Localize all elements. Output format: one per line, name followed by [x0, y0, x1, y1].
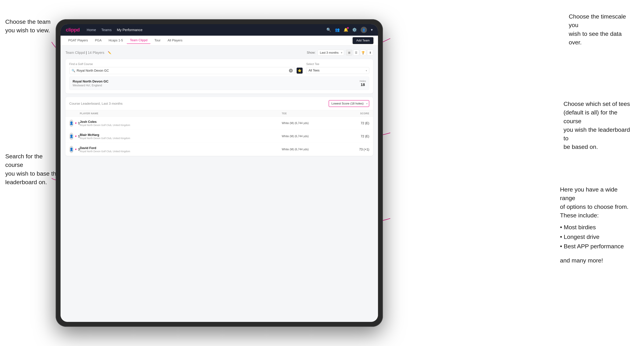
search-input-group: 🔍 Royal North Devon GC ✕ ⭐	[69, 67, 303, 74]
user-avatar[interactable]: 👤	[361, 27, 367, 33]
search-icon[interactable]: 🔍	[326, 28, 331, 32]
annotation-top-left: Choose the team you wish to view.	[5, 17, 54, 35]
col-score: SCORE	[334, 112, 369, 115]
table-header: PLAYER NAME TEE SCORE	[66, 110, 373, 117]
trophy-icon[interactable]: 🏆	[360, 50, 366, 56]
leaderboard-title-text: Course Leaderboard,	[69, 102, 101, 105]
chevron-down-icon: ▾	[371, 28, 373, 32]
tee-chevron-icon: ▾	[366, 69, 367, 72]
team-title: Team Clippd | 14 Players	[66, 51, 104, 55]
tab-tour[interactable]: Tour	[151, 37, 164, 44]
score-select-wrap: Lowest Score (18 holes)	[329, 100, 369, 107]
tee-1: White (M) (6,744 yds)	[282, 122, 334, 125]
table-row: 👤 ♥ 3 David Ford Royal North Devon Golf …	[66, 143, 373, 156]
download-icon[interactable]: ⬇	[367, 50, 373, 56]
annotation-mid-right-text: Choose which set of tees(default is all)…	[564, 100, 630, 150]
edit-icon[interactable]: ✏️	[108, 51, 111, 54]
find-course-col: Find a Golf Course 🔍 Royal North Devon G…	[69, 63, 303, 74]
show-label: Show:	[307, 51, 316, 54]
rank-3: 3	[78, 148, 80, 151]
course-location: Westward Ho!, England	[72, 84, 108, 87]
app-logo: clippd	[66, 27, 80, 33]
leaderboard-title: Course Leaderboard, Last 3 months	[69, 102, 122, 105]
ipad-screen: clippd Home Teams My Performance 🔍 👥 🔔 ⚙…	[60, 24, 378, 322]
period-select[interactable]: Last 3 months	[318, 50, 344, 56]
annotation-top-right-text: Choose the timescale youwish to see the …	[569, 13, 626, 46]
tee-2: White (M) (6,744 yds)	[282, 135, 334, 138]
holes-label: Holes	[360, 80, 366, 82]
add-team-button[interactable]: Add Team	[352, 37, 374, 44]
player-count: 14 Players	[88, 51, 104, 54]
tab-team-clippd[interactable]: Team Clippd	[127, 37, 150, 44]
col-tee: TEE	[282, 112, 334, 115]
annotation-mid-right: Choose which set of tees(default is all)…	[564, 100, 634, 151]
tab-hcaps[interactable]: Hcaps 1-5	[105, 37, 126, 44]
score-3: 73 (+1)	[334, 148, 369, 151]
view-icons: ⊞ ☰ 🏆 ⬇	[346, 50, 373, 56]
option-drive: Longest drive	[560, 232, 634, 241]
table-row: 👤 ♥ 1 Blair McHarg Royal North Devon Gol…	[66, 130, 373, 143]
player-club-2: Royal North Devon Golf Club, United King…	[80, 137, 282, 140]
rank-1: 1	[78, 121, 80, 125]
option-birdies: Most birdies	[560, 222, 634, 232]
search-inline-icon: 🔍	[72, 69, 75, 72]
sub-nav-tabs: PGAT Players PGA Hcaps 1-5 Team Clippd T…	[65, 37, 186, 44]
tee-3: White (M) (6,744 yds)	[282, 148, 334, 151]
nav-my-performance[interactable]: My Performance	[117, 28, 142, 32]
leaderboard-title-wrap: Course Leaderboard, Last 3 months	[69, 102, 122, 106]
player-club-1: Royal North Devon Golf Club, United King…	[80, 124, 282, 127]
period-select-wrap: Last 3 months ▾	[318, 50, 344, 56]
search-course-input[interactable]: Royal North Devon GC	[77, 69, 288, 72]
rank-cell-2: 👤 ♥ 1	[69, 133, 80, 140]
tee-label: Select Tee	[306, 63, 369, 66]
star-button[interactable]: ⭐	[296, 67, 303, 74]
player-info-2: Blair McHarg Royal North Devon Golf Club…	[80, 133, 282, 140]
tab-all-players[interactable]: All Players	[164, 37, 186, 44]
ipad-frame: clippd Home Teams My Performance 🔍 👥 🔔 ⚙…	[56, 19, 383, 327]
nav-teams[interactable]: Teams	[101, 28, 112, 32]
holes-box: Holes 18	[360, 80, 366, 87]
holes-number: 18	[360, 82, 366, 87]
annotation-bottom-right-intro: Here you have a wide rangeof options to …	[560, 186, 628, 219]
score-type-select[interactable]: Lowest Score (18 holes)	[329, 100, 369, 107]
player-name-3: David Ford	[80, 146, 282, 150]
leaderboard-header: Course Leaderboard, Last 3 months Lowest…	[66, 97, 373, 110]
people-icon[interactable]: 👥	[335, 28, 340, 32]
notification-icon[interactable]: 🔔	[344, 28, 348, 32]
grid-view-icon[interactable]: ⊞	[346, 50, 352, 56]
search-row: Find a Golf Course 🔍 Royal North Devon G…	[69, 63, 369, 74]
leaderboard-section: Course Leaderboard, Last 3 months Lowest…	[66, 97, 373, 156]
clear-search-button[interactable]: ✕	[289, 69, 293, 72]
nav-home[interactable]: Home	[86, 28, 96, 32]
course-result[interactable]: Royal North Devon GC Westward Ho!, Engla…	[69, 77, 369, 90]
heart-icon-2: ♥	[75, 135, 77, 138]
list-view-icon[interactable]: ☰	[353, 50, 359, 56]
annotation-top-right: Choose the timescale youwish to see the …	[569, 12, 634, 47]
team-controls: Show: Last 3 months ▾ ⊞ ☰ 🏆 ⬇	[307, 50, 373, 56]
tee-select-wrap[interactable]: All Tees ▾	[306, 67, 369, 74]
settings-icon[interactable]: ⚙️	[352, 28, 357, 32]
rank-cell-1: 👤 ♥ 1	[69, 120, 80, 127]
tee-select-value: All Tees	[308, 69, 320, 72]
annotation-bottom-left: Search for the courseyou wish to base th…	[5, 152, 60, 186]
player-info-1: Josh Coles Royal North Devon Golf Club, …	[80, 120, 282, 127]
search-section: Find a Golf Course 🔍 Royal North Devon G…	[66, 59, 373, 93]
player-avatar-2: 👤	[69, 133, 74, 140]
rank-cell-3: 👤 ♥ 3	[69, 146, 80, 153]
player-info-3: David Ford Royal North Devon Golf Club, …	[80, 146, 282, 153]
tab-pgat-players[interactable]: PGAT Players	[65, 37, 91, 44]
player-avatar-3: 👤	[69, 146, 74, 153]
team-header: Team Clippd | 14 Players ✏️ Show: Last 3…	[66, 50, 373, 56]
annotation-bottom-left-text: Search for the courseyou wish to base th…	[5, 153, 60, 185]
tab-pga[interactable]: PGA	[92, 37, 105, 44]
heart-icon-1: ♥	[75, 122, 77, 125]
score-1: 72 (E)	[334, 121, 369, 125]
nav-icons: 🔍 👥 🔔 ⚙️ 👤 ▾	[326, 27, 373, 33]
tee-col: Select Tee All Tees ▾	[306, 63, 369, 74]
col-rank	[69, 112, 80, 115]
col-player: PLAYER NAME	[80, 112, 282, 115]
search-input-wrap: 🔍 Royal North Devon GC ✕	[69, 67, 295, 74]
nav-bar: clippd Home Teams My Performance 🔍 👥 🔔 ⚙…	[60, 24, 378, 36]
score-2: 72 (E)	[334, 135, 369, 138]
notification-badge-dot	[347, 27, 349, 29]
